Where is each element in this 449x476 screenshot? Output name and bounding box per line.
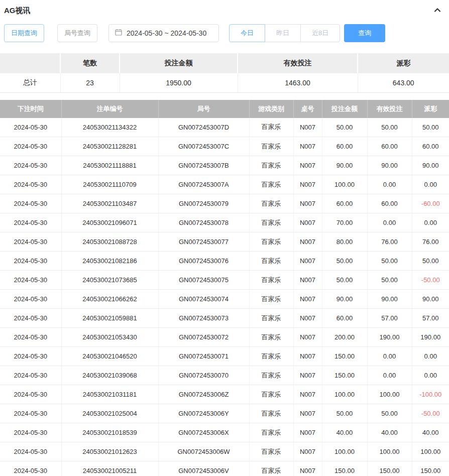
date-range-picker[interactable]: 2024-05-30 ~ 2024-05-30: [108, 24, 219, 42]
summary-header-payout: 派彩: [358, 53, 449, 73]
bet-amount-cell: 60.00: [322, 309, 367, 328]
table-no-cell: N007: [293, 461, 322, 476]
bet-amount-cell: 150.00: [322, 461, 367, 476]
table-no-cell: N007: [293, 194, 322, 213]
round-id-cell: GN00724530073: [158, 309, 249, 328]
round-id-cell: GN0072453007A: [158, 175, 249, 194]
bet-amount-cell: 200.00: [322, 328, 367, 347]
table-no-cell: N007: [293, 232, 322, 252]
payout-cell: -100.00: [412, 385, 449, 404]
bet-time-cell: 2024-05-30: [0, 232, 61, 252]
payout-cell: 190.00: [412, 328, 449, 347]
order-id-cell: 240530021103487: [61, 194, 158, 213]
round-id-cell: GN00724530079: [158, 194, 249, 213]
round-id-cell: GN0072453007C: [158, 137, 249, 156]
order-id-cell: 240530021088728: [61, 232, 158, 252]
order-id-cell: 240530021018539: [61, 423, 158, 442]
table-row: 2024-05-30 240530021103487 GN00724530079…: [0, 194, 449, 213]
payout-cell: 0.00: [412, 175, 449, 194]
last-8-days-button[interactable]: 近8日: [300, 24, 340, 42]
summary-header-bet-amount: 投注金额: [120, 53, 238, 73]
records-header-valid-bet: 有效投注: [367, 100, 412, 118]
round-id-cell: GN00724530077: [158, 232, 249, 252]
game-type-cell: 百家乐: [249, 290, 293, 309]
date-range-value: 2024-05-30 ~ 2024-05-30: [127, 29, 206, 37]
table-no-cell: N007: [293, 290, 322, 309]
table-row: 2024-05-30 240530021046520 GN00724530071…: [0, 347, 449, 366]
payout-cell: 0.00: [412, 213, 449, 232]
records-header-bet-amount: 投注金额: [322, 100, 367, 118]
game-type-cell: 百家乐: [249, 137, 293, 156]
bet-time-cell: 2024-05-30: [0, 366, 61, 385]
order-id-cell: 240530021005211: [61, 461, 158, 476]
table-row: 2024-05-30 240530021039068 GN00724530070…: [0, 366, 449, 385]
game-type-cell: 百家乐: [249, 442, 293, 461]
records-header-round-id: 局号: [158, 100, 249, 118]
bet-amount-cell: 50.00: [322, 118, 367, 137]
payout-cell: 0.00: [412, 366, 449, 385]
payout-cell: 50.00: [412, 118, 449, 137]
round-id-cell: GN00724530072: [158, 328, 249, 347]
bet-amount-cell: 100.00: [322, 385, 367, 404]
bet-time-cell: 2024-05-30: [0, 385, 61, 404]
game-type-cell: 百家乐: [249, 461, 293, 476]
bet-amount-cell: 50.00: [322, 271, 367, 290]
bet-time-cell: 2024-05-30: [0, 347, 61, 366]
records-header-row: 下注时间 注单编号 局号 游戏类别 桌号 投注金额 有效投注 派彩: [0, 100, 449, 118]
game-type-cell: 百家乐: [249, 232, 293, 252]
bet-time-cell: 2024-05-30: [0, 404, 61, 423]
round-query-tab[interactable]: 局号查询: [57, 24, 97, 42]
round-id-cell: GN00724530076: [158, 252, 249, 271]
bet-time-cell: 2024-05-30: [0, 175, 61, 194]
summary-header-blank: [0, 53, 60, 73]
summary-count-value: 23: [60, 73, 120, 92]
game-type-cell: 百家乐: [249, 156, 293, 175]
bet-time-cell: 2024-05-30: [0, 194, 61, 213]
bet-time-cell: 2024-05-30: [0, 461, 61, 476]
valid-bet-cell: 100.00: [367, 385, 412, 404]
payout-cell: 76.00: [412, 232, 449, 252]
round-id-cell: GN00724530075: [158, 271, 249, 290]
today-button[interactable]: 今日: [229, 24, 265, 42]
order-id-cell: 240530021082186: [61, 252, 158, 271]
game-type-cell: 百家乐: [249, 423, 293, 442]
table-row: 2024-05-30 240530021012623 GN0072453006W…: [0, 442, 449, 461]
collapse-panel-button[interactable]: [433, 6, 442, 16]
valid-bet-cell: 50.00: [367, 118, 412, 137]
order-id-cell: 240530021096071: [61, 213, 158, 232]
table-no-cell: N007: [293, 271, 322, 290]
bet-amount-cell: 70.00: [322, 213, 367, 232]
bet-time-cell: 2024-05-30: [0, 423, 61, 442]
bet-amount-cell: 100.00: [322, 442, 367, 461]
round-id-cell: GN0072453006V: [158, 461, 249, 476]
valid-bet-cell: 0.00: [367, 347, 412, 366]
table-no-cell: N007: [293, 328, 322, 347]
records-table: 下注时间 注单编号 局号 游戏类别 桌号 投注金额 有效投注 派彩 2024-0…: [0, 100, 449, 476]
yesterday-button[interactable]: 昨日: [265, 24, 301, 42]
table-row: 2024-05-30 240530021088728 GN00724530077…: [0, 232, 449, 252]
game-type-cell: 百家乐: [249, 271, 293, 290]
table-no-cell: N007: [293, 156, 322, 175]
search-button[interactable]: 查询: [344, 24, 385, 42]
date-query-tab[interactable]: 日期查询: [4, 24, 44, 42]
order-id-cell: 240530021073685: [61, 271, 158, 290]
calendar-icon: [115, 29, 122, 38]
bet-time-cell: 2024-05-30: [0, 328, 61, 347]
table-no-cell: N007: [293, 442, 322, 461]
game-type-cell: 百家乐: [249, 252, 293, 271]
valid-bet-cell: 57.00: [367, 309, 412, 328]
bet-amount-cell: 90.00: [322, 290, 367, 309]
order-id-cell: 240530021066262: [61, 290, 158, 309]
round-id-cell: GN00724530070: [158, 366, 249, 385]
table-no-cell: N007: [293, 366, 322, 385]
valid-bet-cell: 40.00: [367, 423, 412, 442]
records-header-game-type: 游戏类别: [249, 100, 293, 118]
valid-bet-cell: 90.00: [367, 290, 412, 309]
bet-time-cell: 2024-05-30: [0, 156, 61, 175]
valid-bet-cell: 100.00: [367, 442, 412, 461]
table-row: 2024-05-30 240530021031181 GN0072453006Z…: [0, 385, 449, 404]
table-row: 2024-05-30 240530021018539 GN0072453006X…: [0, 423, 449, 442]
valid-bet-cell: 76.00: [367, 232, 412, 252]
order-id-cell: 240530021110709: [61, 175, 158, 194]
bet-amount-cell: 50.00: [322, 404, 367, 423]
